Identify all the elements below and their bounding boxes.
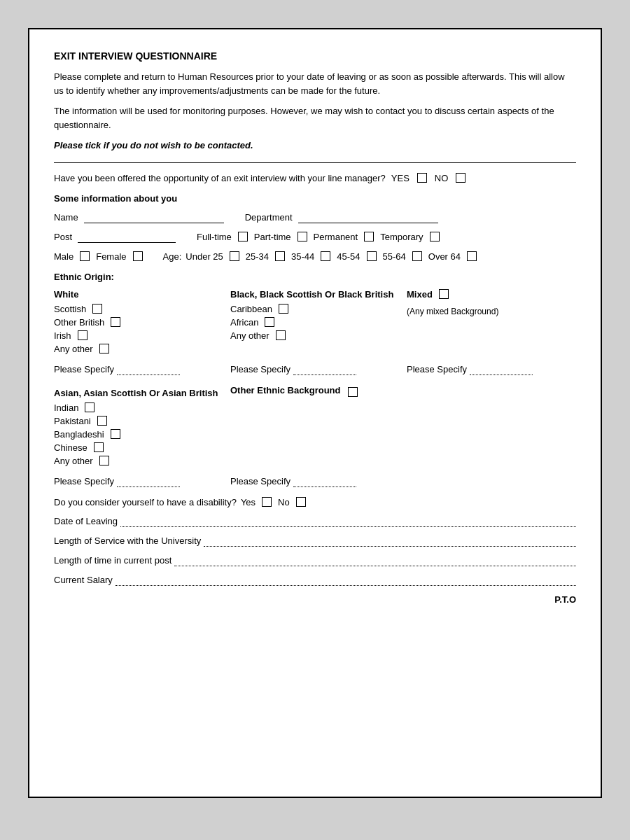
please-specify-row-1: Please Specify Please Specify Please Spe…: [54, 364, 576, 375]
length-current-post-label: Length of time in current post: [54, 555, 172, 566]
asian-title: Asian, Asian Scottish Or Asian British: [54, 388, 223, 398]
age-under25: Under 25: [186, 251, 223, 262]
part-time-checkbox[interactable]: [298, 232, 307, 241]
intro-para-1: Please complete and return to Human Reso…: [54, 70, 576, 97]
length-current-post-row: Length of time in current post: [54, 555, 576, 566]
disability-row: Do you consider yourself to have a disab…: [54, 497, 576, 507]
gender-age-row: Male Female Age: Under 25 25-34 35-44 45…: [54, 251, 576, 262]
no-checkbox[interactable]: [456, 173, 465, 183]
white-scottish-checkbox[interactable]: [92, 304, 102, 314]
post-field: Post: [54, 232, 176, 243]
specify-other-ethnic-label: Please Specify: [230, 476, 290, 486]
name-department-row: Name Department: [54, 212, 576, 223]
no-label: NO: [435, 173, 449, 183]
asian-indian-checkbox[interactable]: [85, 402, 94, 412]
asian-pakistani-checkbox[interactable]: [97, 416, 107, 426]
date-leaving-label: Date of Leaving: [54, 516, 118, 526]
age-under25-checkbox[interactable]: [230, 251, 239, 261]
black-caribbean: Caribbean: [230, 304, 400, 314]
other-ethnic-checkbox[interactable]: [348, 387, 358, 397]
asian-pakistani: Pakistani: [54, 416, 223, 426]
black-any-other-checkbox[interactable]: [276, 330, 286, 340]
disability-no-checkbox[interactable]: [296, 497, 306, 507]
asian-indian: Indian: [54, 402, 223, 413]
empty-col: [407, 385, 576, 469]
yes-label: YES: [391, 173, 410, 183]
length-service-dots[interactable]: [204, 536, 576, 547]
mixed-checkbox[interactable]: [439, 289, 449, 299]
full-time-checkbox[interactable]: [238, 232, 248, 241]
specify-asian-label: Please Specify: [54, 476, 114, 486]
age-25-34-checkbox[interactable]: [275, 251, 285, 261]
mixed-column: Mixed (Any mixed Background): [407, 289, 576, 357]
asian-chinese-checkbox[interactable]: [94, 442, 104, 452]
white-any-other-checkbox[interactable]: [99, 344, 109, 354]
black-column: Black, Black Scottish Or Black British C…: [230, 289, 400, 357]
age-55-64: 55-64: [383, 251, 406, 262]
black-african-checkbox[interactable]: [265, 317, 274, 327]
disability-yes-label: Yes: [241, 497, 255, 507]
age-45-54-checkbox[interactable]: [367, 251, 377, 261]
asian-any-other: Any other: [54, 456, 223, 466]
name-dots[interactable]: [84, 212, 224, 223]
specify-mixed-label: Please Specify: [407, 364, 467, 374]
please-specify-row-2: Please Specify Please Specify: [54, 476, 576, 487]
mixed-header: Mixed: [407, 289, 451, 300]
date-leaving-dots[interactable]: [120, 516, 576, 527]
asian-column: Asian, Asian Scottish Or Asian British I…: [54, 388, 223, 469]
mixed-sub: (Any mixed Background): [407, 307, 498, 316]
current-salary-row: Current Salary: [54, 575, 576, 586]
specify-white-label: Please Specify: [54, 364, 114, 374]
white-other-british-checkbox[interactable]: [111, 317, 120, 327]
age-35-44-checkbox[interactable]: [321, 251, 330, 261]
current-salary-dots[interactable]: [115, 575, 576, 586]
disability-no-label: No: [278, 497, 290, 507]
intro-para-2: The information will be used for monitor…: [54, 104, 576, 132]
female-checkbox[interactable]: [133, 251, 143, 261]
specify-mixed-dots[interactable]: [470, 364, 533, 375]
black-caribbean-checkbox[interactable]: [279, 304, 288, 314]
specify-mixed: Please Specify: [407, 364, 576, 375]
length-current-post-dots[interactable]: [174, 555, 576, 566]
length-service-label: Length of Service with the University: [54, 536, 201, 546]
permanent-checkbox[interactable]: [364, 232, 374, 241]
form-page: EXIT INTERVIEW QUESTIONNAIRE Please comp…: [28, 28, 602, 798]
current-salary-label: Current Salary: [54, 575, 113, 585]
asian-bangladeshi-checkbox[interactable]: [111, 429, 120, 439]
temporary-checkbox[interactable]: [430, 232, 440, 241]
specify-white-dots[interactable]: [117, 364, 180, 375]
intro-para-3: Please tick if you do not wish to be con…: [54, 139, 576, 153]
specify-black-dots[interactable]: [293, 364, 356, 375]
post-label: Post: [54, 232, 72, 242]
post-dots[interactable]: [78, 232, 176, 243]
white-irish-checkbox[interactable]: [78, 330, 88, 340]
black-african: African: [230, 317, 400, 328]
black-any-other-label: Any other: [230, 330, 270, 341]
department-dots[interactable]: [298, 212, 438, 223]
specify-other-ethnic-dots[interactable]: [293, 476, 356, 487]
length-service-row: Length of Service with the University: [54, 536, 576, 547]
disability-yes-checkbox[interactable]: [262, 497, 272, 507]
white-column: White Scottish Other British Irish Any o…: [54, 289, 223, 357]
name-field: Name: [54, 212, 224, 223]
black-any-other: Any other: [230, 330, 400, 341]
age-25-34: 25-34: [246, 251, 269, 262]
mixed-title: Mixed: [407, 289, 433, 300]
male-checkbox[interactable]: [80, 251, 90, 261]
yes-checkbox[interactable]: [417, 173, 427, 183]
asian-bangladeshi: Bangladeshi: [54, 429, 223, 440]
pto-label: P.T.O: [54, 594, 576, 605]
age-55-64-checkbox[interactable]: [412, 251, 422, 261]
white-irish-label: Irish: [54, 330, 71, 341]
age-over64-checkbox[interactable]: [467, 251, 477, 261]
specify-asian-dots[interactable]: [117, 476, 180, 487]
exit-interview-question-text: Have you been offered the opportunity of…: [54, 173, 386, 183]
asian-any-other-checkbox[interactable]: [99, 456, 109, 465]
some-info-heading: Some information about you: [54, 193, 576, 204]
other-ethnic-title: Other Ethnic Background: [230, 385, 340, 396]
asian-pakistani-label: Pakistani: [54, 416, 91, 426]
post-employment-row: Post Full-time Part-time Permanent Tempo…: [54, 232, 576, 243]
temporary-label: Temporary: [380, 232, 423, 242]
specify-other-ethnic: Please Specify: [230, 476, 400, 487]
ethnic-origin-label: Ethnic Origin:: [54, 272, 576, 282]
